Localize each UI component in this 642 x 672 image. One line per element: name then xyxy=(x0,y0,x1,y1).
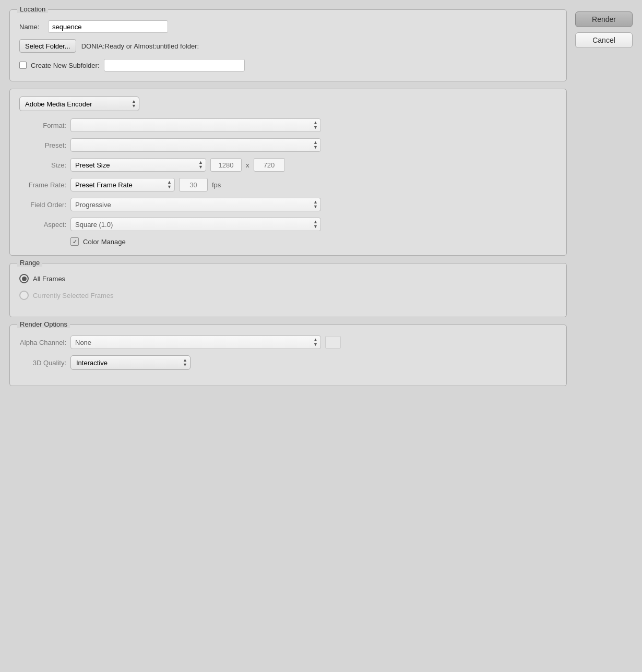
location-section: Location Name: Select Folder... DONIA:Re… xyxy=(9,9,567,81)
framerate-select[interactable]: Preset Frame Rate xyxy=(70,178,175,191)
aspect-row: Aspect: Square (1.0) ▲▼ xyxy=(19,218,557,231)
selectedframes-label: Currently Selected Frames xyxy=(33,292,114,299)
allframes-row: All Frames xyxy=(19,274,557,283)
fieldorder-select-wrapper: Progressive ▲▼ xyxy=(70,198,321,211)
size-select[interactable]: Preset Size xyxy=(70,158,206,172)
fps-input[interactable] xyxy=(179,178,208,191)
alpha-row: Alpha Channel: None ▲▼ xyxy=(19,335,557,349)
alpha-swatch xyxy=(325,336,341,349)
preset-row: Preset: ▲▼ xyxy=(19,138,557,152)
aspect-select-wrapper: Square (1.0) ▲▼ xyxy=(70,218,321,231)
format-row: Format: ▲▼ xyxy=(19,118,557,132)
side-buttons: Render Cancel xyxy=(575,9,633,48)
allframes-label: All Frames xyxy=(33,275,65,283)
height-input[interactable] xyxy=(254,158,285,172)
renderoptions-section: Render Options Alpha Channel: None ▲▼ 3D… xyxy=(9,325,567,386)
colormanage-checkbox[interactable]: ✓ xyxy=(70,237,79,246)
subfolder-row: Create New Subfolder: xyxy=(19,59,557,71)
aspect-select[interactable]: Square (1.0) xyxy=(70,218,321,231)
size-label: Size: xyxy=(19,161,66,169)
quality-row: 3D Quality: Interactive ▲▼ xyxy=(19,355,557,370)
renderoptions-title: Render Options xyxy=(17,320,70,328)
colormanage-row: ✓ Color Manage xyxy=(19,237,557,246)
encoder-select[interactable]: Adobe Media Encoder xyxy=(19,97,139,111)
colormanage-label: Color Manage xyxy=(83,238,126,246)
folder-row: Select Folder... DONIA:Ready or Almost:u… xyxy=(19,39,557,53)
subfolder-label: Create New Subfolder: xyxy=(31,62,100,69)
quality-select-wrapper: Interactive ▲▼ xyxy=(70,355,191,370)
allframes-radio-inner xyxy=(22,277,27,281)
selectedframes-row: Currently Selected Frames xyxy=(19,291,557,300)
quality-select[interactable]: Interactive xyxy=(70,355,191,370)
subfolder-input[interactable] xyxy=(104,59,245,71)
render-button[interactable]: Render xyxy=(575,11,633,27)
preset-label: Preset: xyxy=(19,141,66,149)
allframes-radio[interactable] xyxy=(19,274,29,283)
encoder-top-wrapper: Adobe Media Encoder ▲▼ xyxy=(19,97,139,111)
fieldorder-select[interactable]: Progressive xyxy=(70,198,321,211)
select-folder-button[interactable]: Select Folder... xyxy=(19,39,76,53)
selectedframes-radio[interactable] xyxy=(19,291,29,300)
location-title: Location xyxy=(17,5,48,13)
framerate-select-wrapper: Preset Frame Rate ▲▼ xyxy=(70,178,175,191)
name-label: Name: xyxy=(19,23,43,31)
fieldorder-row: Field Order: Progressive ▲▼ xyxy=(19,198,557,211)
fieldorder-label: Field Order: xyxy=(19,201,66,209)
preset-select[interactable] xyxy=(70,138,321,152)
subfolder-checkbox[interactable] xyxy=(19,62,27,69)
main-content: Location Name: Select Folder... DONIA:Re… xyxy=(9,9,567,386)
width-input[interactable] xyxy=(210,158,242,172)
quality-label: 3D Quality: xyxy=(19,359,66,367)
fps-unit: fps xyxy=(212,181,221,189)
aspect-label: Aspect: xyxy=(19,221,66,229)
format-label: Format: xyxy=(19,122,66,129)
encoder-dropdown-row: Adobe Media Encoder ▲▼ xyxy=(19,97,557,111)
alpha-select[interactable]: None xyxy=(70,335,321,349)
name-input[interactable] xyxy=(48,20,168,33)
framerate-label: Frame Rate: xyxy=(19,181,66,189)
x-separator: x xyxy=(246,161,249,169)
name-row: Name: xyxy=(19,20,557,33)
format-select-wrapper: ▲▼ xyxy=(70,118,321,132)
range-section: Range All Frames Currently Selected Fram… xyxy=(9,263,567,317)
folder-path: DONIA:Ready or Almost:untitled folder: xyxy=(81,42,199,50)
size-row: Size: Preset Size ▲▼ x xyxy=(19,158,557,172)
range-title: Range xyxy=(17,259,42,267)
alpha-select-wrapper: None ▲▼ xyxy=(70,335,321,349)
cancel-button[interactable]: Cancel xyxy=(575,32,633,48)
encoder-section: Adobe Media Encoder ▲▼ Format: ▲▼ Preset… xyxy=(9,89,567,256)
preset-select-wrapper: ▲▼ xyxy=(70,138,321,152)
alpha-label: Alpha Channel: xyxy=(19,339,66,346)
format-select[interactable] xyxy=(70,118,321,132)
framerate-row: Frame Rate: Preset Frame Rate ▲▼ fps xyxy=(19,178,557,191)
size-select-wrapper: Preset Size ▲▼ xyxy=(70,158,206,172)
